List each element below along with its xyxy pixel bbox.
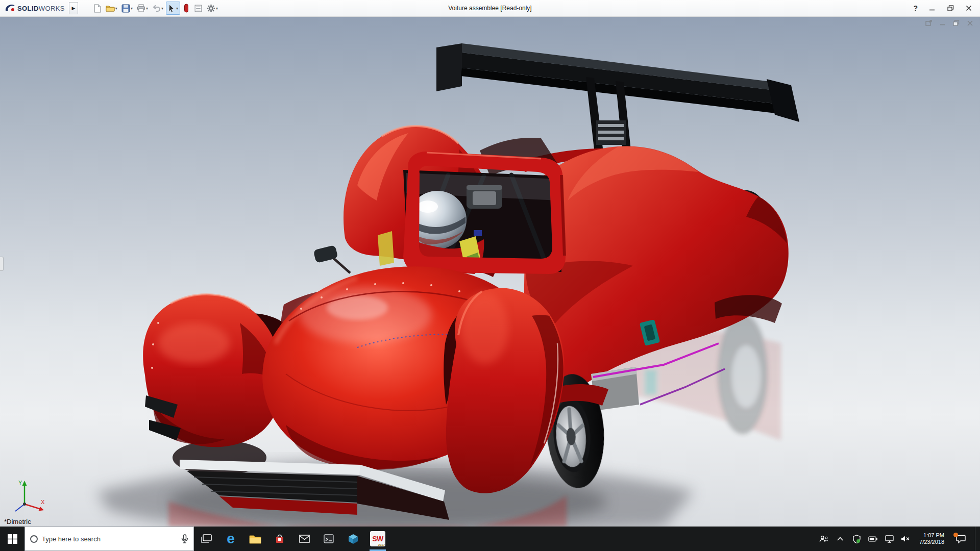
orientation-triad: Y X — [7, 478, 47, 515]
undo-icon — [152, 4, 161, 12]
volume-icon — [901, 535, 910, 542]
ethernet-display-icon — [885, 535, 894, 543]
hidden-icons-button[interactable] — [836, 529, 845, 549]
solidworks-year-text: 2017 — [378, 543, 385, 546]
front-right-fender[interactable] — [444, 288, 564, 493]
panel-splitter-handle[interactable] — [0, 257, 4, 271]
view-orientation-label: *Dimetric — [4, 518, 31, 525]
cockpit-yellow-panel — [378, 231, 394, 266]
titlebar-controls: ? — [913, 4, 980, 12]
open-dropdown-caret[interactable]: ▾ — [115, 6, 117, 11]
close-button[interactable] — [965, 5, 973, 12]
chevron-up-icon — [837, 537, 843, 541]
new-document-button[interactable] — [91, 2, 103, 15]
sheet-icon — [194, 4, 203, 13]
solidworks-sw-text: SW — [372, 535, 383, 543]
edge-button[interactable]: e — [218, 527, 243, 551]
console-app-button[interactable] — [316, 527, 341, 551]
minimize-icon — [929, 5, 935, 11]
edge-icon: e — [227, 532, 235, 546]
title-bar: SOLIDWORKS ▶ ▾ ▾ — [0, 0, 980, 17]
solidworks-app-window: SOLIDWORKS ▶ ▾ ▾ — [0, 0, 980, 551]
shield-status-icon — [853, 535, 861, 543]
cortana-icon — [30, 535, 38, 543]
windows-taskbar: e — [0, 527, 980, 551]
rearview-mirror[interactable] — [467, 185, 502, 209]
gear-icon — [207, 4, 215, 13]
ds-logo-icon — [4, 3, 15, 13]
doc-restore-button[interactable] — [952, 19, 960, 27]
store-button[interactable] — [267, 527, 292, 551]
print-dropdown-caret[interactable]: ▾ — [146, 6, 148, 11]
undo-dropdown-caret[interactable]: ▾ — [161, 6, 163, 11]
mail-button[interactable] — [292, 527, 316, 551]
battery-icon — [868, 536, 877, 542]
microphone-icon[interactable] — [181, 534, 188, 544]
document-window-controls — [925, 19, 974, 27]
solidworks-taskbar-button[interactable]: SW 2017 — [365, 527, 390, 551]
open-button[interactable]: ▾ — [104, 2, 119, 15]
people-icon — [819, 535, 828, 543]
clock-time: 1:07 PM — [919, 532, 944, 539]
show-desktop-button[interactable] — [975, 527, 978, 551]
brand-works: WORKS — [39, 5, 65, 12]
notification-badge — [953, 533, 958, 537]
security-status-button[interactable] — [852, 529, 861, 549]
save-dropdown-caret[interactable]: ▾ — [131, 6, 133, 11]
car-model[interactable] — [143, 126, 789, 520]
taskbar-search[interactable] — [24, 527, 194, 551]
task-view-icon — [201, 534, 212, 543]
volume-button[interactable] — [901, 529, 910, 549]
file-explorer-icon — [249, 534, 261, 544]
float-window-button[interactable] — [925, 19, 933, 27]
task-view-button[interactable] — [194, 527, 218, 551]
windows-logo-icon — [8, 534, 17, 544]
store-bag-icon — [275, 534, 285, 544]
options-dropdown-caret[interactable]: ▾ — [216, 6, 218, 11]
red-capsule-icon — [183, 4, 190, 13]
action-center-button[interactable] — [953, 529, 968, 549]
file-explorer-button[interactable] — [243, 527, 267, 551]
left-side-mirror[interactable] — [313, 245, 350, 273]
main-toolbar: ▾ ▾ ▾ ▾ — [91, 2, 219, 15]
select-tool-button[interactable]: ▾ — [166, 2, 180, 15]
minimize-button[interactable] — [928, 5, 936, 12]
print-button[interactable]: ▾ — [135, 2, 150, 15]
select-cursor-icon — [168, 4, 176, 13]
restore-icon — [947, 5, 954, 11]
select-dropdown-caret[interactable]: ▾ — [176, 6, 178, 11]
people-button[interactable] — [819, 529, 828, 549]
save-icon — [121, 4, 130, 13]
help-button[interactable]: ? — [913, 4, 918, 12]
restore-button[interactable] — [946, 5, 954, 12]
triad-y-label: Y — [18, 480, 22, 486]
doc-minimize-button[interactable] — [939, 19, 946, 27]
battery-button[interactable] — [868, 529, 877, 549]
triad-x-label: X — [41, 499, 45, 505]
start-button[interactable] — [0, 527, 24, 551]
brand-solid: SOLID — [17, 5, 39, 12]
brand-text: SOLIDWORKS — [17, 5, 65, 12]
system-tray: 1:07 PM 7/23/2018 — [819, 527, 980, 551]
close-icon — [966, 5, 972, 11]
search-input[interactable] — [42, 535, 177, 543]
undo-button[interactable]: ▾ — [151, 2, 165, 15]
solidworks-app-icon: SW 2017 — [370, 531, 385, 546]
document-sheet-button[interactable] — [192, 2, 204, 15]
network-button[interactable] — [885, 529, 894, 549]
app-logo: SOLIDWORKS — [0, 3, 68, 13]
viewport-3d-scene[interactable] — [0, 17, 980, 527]
save-button[interactable]: ▾ — [120, 2, 134, 15]
console-window-icon — [324, 534, 334, 543]
cube-3d-icon — [348, 534, 358, 544]
clock-date: 7/23/2018 — [919, 539, 944, 545]
print-icon — [137, 4, 145, 12]
3d-app-button[interactable] — [341, 527, 365, 551]
mail-icon — [299, 535, 310, 543]
instant3d-toggle-button[interactable] — [181, 2, 191, 15]
graphics-viewport[interactable]: Y X *Dimetric — [0, 17, 980, 527]
doc-close-button[interactable] — [966, 19, 974, 27]
options-button[interactable]: ▾ — [205, 2, 219, 15]
menu-expand-button[interactable]: ▶ — [69, 2, 78, 14]
taskbar-clock[interactable]: 1:07 PM 7/23/2018 — [917, 532, 946, 545]
